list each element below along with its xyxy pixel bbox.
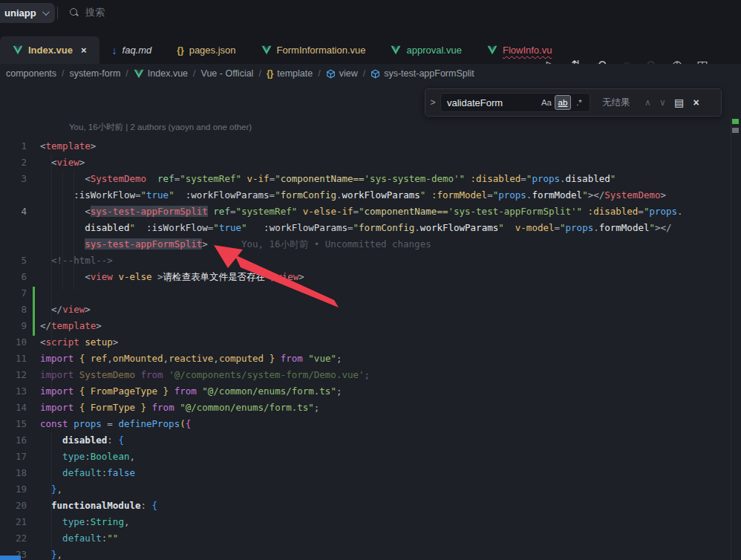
breadcrumb-label: Index.vue xyxy=(148,68,188,79)
breadcrumb-item-sys-test-appFormSplit[interactable]: sys-test-appFormSplit xyxy=(370,68,474,79)
code-line-4-3[interactable]: sys-test-appFormSplit> You, 16小时前 • Unco… xyxy=(40,236,431,253)
code-line-19[interactable]: }, xyxy=(40,481,62,498)
breadcrumb-item-Vue - Official[interactable]: Vue - Official xyxy=(201,68,254,79)
tab-approval.vue[interactable]: approval.vue xyxy=(378,36,474,64)
toggle-replace-button[interactable]: > xyxy=(425,89,440,116)
code-line-17[interactable]: type:Boolean, xyxy=(40,449,135,465)
chevron-down-icon xyxy=(42,8,50,16)
tab-label: pages.json xyxy=(189,45,236,56)
tab-bar: Index.vue×↓faq.md{}pages.jsonFormInforma… xyxy=(0,25,741,64)
breadcrumb-separator: / xyxy=(62,68,64,79)
tab-label: FlowInfo.vu xyxy=(503,45,552,56)
whole-word-button[interactable]: ab xyxy=(555,95,571,110)
breadcrumb-item-components[interactable]: components xyxy=(6,68,56,79)
tab-label: faq.md xyxy=(123,45,152,56)
breadcrumb-label: view xyxy=(339,68,358,79)
breadcrumb: components/system-form/Index.vue/Vue - O… xyxy=(0,64,741,83)
modified-line-indicator xyxy=(33,287,35,336)
ruler-mark xyxy=(732,119,739,124)
line-number-17: 17 xyxy=(0,449,27,465)
code-line-9[interactable]: </template> xyxy=(40,318,102,334)
ruler-mark xyxy=(732,128,739,133)
code-line-15[interactable]: const props = defineProps({ xyxy=(40,416,191,432)
previous-match-button[interactable]: ∧ xyxy=(641,97,656,108)
code-line-14[interactable]: import { FormType } from "@/common/enums… xyxy=(40,400,319,416)
code-line-6[interactable]: <view v-else >请检查表单文件是否存在</view> xyxy=(40,269,304,285)
line-number-11: 11 xyxy=(0,351,27,367)
breadcrumb-item-Index.vue[interactable]: Index.vue xyxy=(134,68,188,79)
code-line-3-2[interactable]: :isWorkFlow="true" :workFlowParams="form… xyxy=(40,187,666,204)
close-tab-icon[interactable]: × xyxy=(81,45,87,56)
tabs-container: Index.vue×↓faq.md{}pages.jsonFormInforma… xyxy=(0,36,564,64)
line-number-2: 2 xyxy=(0,154,27,171)
regex-button[interactable]: .* xyxy=(571,95,587,110)
close-find-button[interactable]: × xyxy=(688,97,705,108)
tab-pages.json[interactable]: {}pages.json xyxy=(164,36,248,64)
code-line-3-1[interactable]: <SystemDemo ref="systemRef" v-if="compon… xyxy=(40,171,616,187)
project-menu-button[interactable]: uniapp xyxy=(0,3,55,23)
breadcrumb-separator: / xyxy=(363,68,365,79)
code-line-8[interactable]: </view> xyxy=(40,302,91,318)
find-widget: > Aa ab .* 无结果 ∧ ∨ ▤ × xyxy=(425,88,722,117)
code-line-16[interactable]: disabled: { xyxy=(40,432,124,449)
tab-FormInformation.vue[interactable]: FormInformation.vue xyxy=(249,36,379,64)
breadcrumb-separator: / xyxy=(318,68,320,79)
code-line-1[interactable]: <template> xyxy=(40,138,96,154)
vue-icon xyxy=(261,45,272,55)
tab-label: Index.vue xyxy=(28,45,73,56)
line-number-7: 7 xyxy=(0,285,27,302)
match-case-button[interactable]: Aa xyxy=(538,95,555,110)
line-number-14: 14 xyxy=(0,400,27,416)
breadcrumb-item-system-form[interactable]: system-form xyxy=(70,68,121,79)
code-line-12[interactable]: import SystemDemo from '@/components/sys… xyxy=(40,367,370,383)
next-match-button[interactable]: ∨ xyxy=(656,97,670,108)
markdown-download-icon: ↓ xyxy=(112,45,117,56)
code-line-20[interactable]: functionalModule: { xyxy=(40,498,157,514)
vue-icon xyxy=(134,69,144,79)
breadcrumb-label: system-form xyxy=(70,68,121,79)
breadcrumb-label: components xyxy=(6,68,56,79)
find-input[interactable] xyxy=(447,97,538,108)
code-line-5[interactable]: <!--html--> xyxy=(40,253,113,269)
code-line-4-2[interactable]: disabled" :isWorkFlow="true" :workFlowPa… xyxy=(40,220,672,236)
line-number-16: 16 xyxy=(0,432,27,449)
symbol-cube-icon xyxy=(370,69,380,79)
scrollbar-fragment xyxy=(0,556,21,560)
tab-label: FormInformation.vue xyxy=(277,45,366,56)
breadcrumb-label: sys-test-appFormSplit xyxy=(384,68,474,79)
code-line-4-1[interactable]: <sys-test-appFormSplit ref="systemRef" v… xyxy=(40,204,683,220)
code-line-21[interactable]: type:String, xyxy=(40,514,129,530)
line-number-10: 10 xyxy=(0,334,27,351)
code-editor[interactable]: You, 16小时前 | 2 authors (yaoyn and one ot… xyxy=(0,83,741,560)
global-search[interactable]: 搜索 xyxy=(70,0,105,25)
line-number-6: 6 xyxy=(0,269,27,285)
tab-Index.vue[interactable]: Index.vue× xyxy=(0,36,99,64)
code-line-10[interactable]: <script setup> xyxy=(40,334,118,351)
code-line-23[interactable]: }, xyxy=(40,547,62,560)
code-line-18[interactable]: default:false xyxy=(40,465,135,481)
line-number-12: 12 xyxy=(0,367,27,383)
line-number-1: 1 xyxy=(0,138,27,154)
line-number-8: 8 xyxy=(0,302,27,318)
breadcrumb-separator: / xyxy=(125,68,128,79)
tab-faq.md[interactable]: ↓faq.md xyxy=(99,36,165,64)
search-icon xyxy=(70,8,79,17)
vscode-window: uniapp 搜索 Index.vue×↓faq.md{}pages.jsonF… xyxy=(0,0,741,560)
line-number-3: 3 xyxy=(0,171,27,187)
code-line-11[interactable]: import { ref,onMounted,reactive,computed… xyxy=(40,351,342,367)
braces-icon: {} xyxy=(267,69,273,78)
line-number-4: 4 xyxy=(0,204,27,220)
line-number-5: 5 xyxy=(0,253,27,269)
vue-icon xyxy=(13,45,23,55)
breadcrumb-label: template xyxy=(277,68,313,79)
overview-ruler-separator xyxy=(731,117,731,560)
symbol-cube-icon xyxy=(326,69,336,79)
breadcrumb-item-template[interactable]: {}template xyxy=(267,68,313,79)
find-in-selection-button[interactable]: ▤ xyxy=(670,94,688,111)
breadcrumb-item-view[interactable]: view xyxy=(326,68,358,79)
line-number-20: 20 xyxy=(0,498,27,514)
code-line-13[interactable]: import { FromPageType } from "@/common/e… xyxy=(40,383,342,400)
code-line-2[interactable]: <view> xyxy=(40,154,85,171)
code-line-22[interactable]: default:"" xyxy=(40,530,118,547)
git-blame-annotation: You, 16小时前 | 2 authors (yaoyn and one ot… xyxy=(69,122,252,133)
